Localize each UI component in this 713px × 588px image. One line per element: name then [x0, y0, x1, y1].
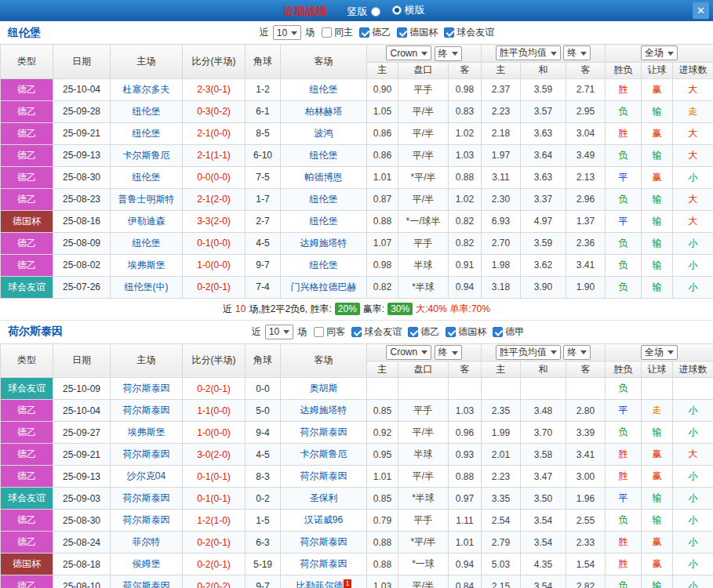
radio-unselected-icon[interactable]: [371, 7, 380, 16]
home-team[interactable]: 纽伦堡: [111, 166, 183, 188]
away-team[interactable]: 圣保利: [281, 488, 367, 510]
filter-德乙[interactable]: 德乙: [359, 26, 391, 39]
home-team[interactable]: 荷尔斯泰因: [111, 400, 183, 422]
close-button[interactable]: ✕: [693, 2, 709, 19]
result-outcome: 平: [606, 210, 642, 232]
filter-德国杯[interactable]: 德国杯: [397, 26, 438, 39]
away-team[interactable]: 荷尔斯泰因: [281, 422, 367, 444]
mean-away: 2.82: [566, 575, 606, 588]
filter-同主[interactable]: 同主: [322, 26, 353, 39]
away-team[interactable]: 奥胡斯: [281, 378, 367, 400]
away-team[interactable]: 比勒菲尔德1: [281, 575, 367, 588]
odds-company-select[interactable]: Crown: [386, 345, 431, 360]
checkbox-checked-icon[interactable]: [444, 27, 454, 38]
checkbox-unchecked-icon[interactable]: [322, 27, 332, 38]
home-team[interactable]: 纽伦堡: [111, 122, 183, 144]
mean-away: 3.41: [566, 254, 606, 276]
home-team[interactable]: 荷尔斯泰因: [111, 575, 183, 588]
filter-球会友谊[interactable]: 球会友谊: [444, 26, 494, 39]
result-handicap: 输: [642, 276, 673, 298]
corner-score: 4-5: [246, 444, 281, 466]
match-count-select[interactable]: 10: [265, 325, 293, 339]
result-handicap: 赢: [642, 532, 673, 554]
away-team[interactable]: 纽伦堡: [281, 254, 367, 276]
odds-away: 0.88: [449, 166, 482, 188]
home-team[interactable]: 侯姆堡: [111, 554, 183, 575]
home-team[interactable]: 杜塞尔多夫: [111, 78, 183, 100]
final-odds-select[interactable]: 终: [435, 345, 462, 360]
home-team[interactable]: 卡尔斯鲁厄: [111, 144, 183, 166]
home-team[interactable]: 纽伦堡: [111, 100, 183, 122]
mean-away: 3.04: [566, 122, 606, 144]
col-away: 客场: [281, 343, 367, 378]
team-header-1: 纽伦堡 近 10 场 同主德乙德国杯球会友谊: [0, 21, 713, 44]
checkbox-checked-icon[interactable]: [408, 327, 418, 337]
home-team[interactable]: 纽伦堡: [111, 232, 183, 254]
away-team[interactable]: 荷尔斯泰因: [281, 554, 367, 575]
checkbox-checked-icon[interactable]: [446, 327, 456, 337]
away-team[interactable]: 纽伦堡: [281, 144, 367, 166]
odds-company-select[interactable]: Crown: [386, 45, 431, 60]
corner-score: 1-2: [246, 78, 281, 100]
checkbox-checked-icon[interactable]: [359, 27, 369, 38]
page-title: 近期战绩: [283, 5, 327, 17]
matches-table-1: 类型 日期 主场 比分(半场) 角球 客场 Crown 终 胜平负均值 终: [0, 44, 713, 299]
checkbox-unchecked-icon[interactable]: [314, 327, 324, 337]
final-odds-select[interactable]: 终: [435, 46, 462, 61]
away-team[interactable]: 荷尔斯泰因: [281, 532, 367, 554]
filter-德甲[interactable]: 德甲: [493, 325, 524, 339]
team-name[interactable]: 荷尔斯泰因: [8, 325, 63, 339]
radio-selected-icon[interactable]: [392, 5, 402, 15]
away-team[interactable]: 帕德博恩: [281, 166, 367, 188]
filter-德国杯[interactable]: 德国杯: [446, 325, 486, 339]
filter-球会友谊[interactable]: 球会友谊: [351, 325, 402, 339]
mean-odds-select[interactable]: 胜平负均值: [496, 45, 561, 60]
away-team[interactable]: 柏林赫塔: [281, 100, 367, 122]
match-count-select[interactable]: 10: [273, 25, 301, 40]
checkbox-checked-icon[interactable]: [397, 27, 407, 38]
home-team[interactable]: 伊勒迪森: [111, 210, 183, 232]
away-team[interactable]: 门兴格拉德巴赫: [281, 276, 367, 298]
final-mean-select[interactable]: 终: [563, 45, 591, 60]
home-team[interactable]: 荷尔斯泰因: [111, 444, 183, 466]
away-team[interactable]: 荷尔斯泰因: [281, 466, 367, 488]
home-team[interactable]: 埃弗斯堡: [111, 422, 183, 444]
home-team[interactable]: 埃弗斯堡: [111, 254, 183, 276]
layout-horizontal-option[interactable]: 横版: [392, 3, 425, 17]
away-team[interactable]: 汉诺威96: [281, 510, 367, 532]
mean-odds-select[interactable]: 胜平负均值: [496, 345, 561, 360]
corner-score: 9-4: [246, 422, 281, 444]
mean-home: 2.79: [482, 532, 521, 554]
home-team[interactable]: 沙尔克04: [111, 466, 183, 488]
away-team[interactable]: 纽伦堡: [281, 210, 367, 232]
chevron-down-icon: [421, 52, 427, 59]
home-team[interactable]: 普鲁士明斯特: [111, 188, 183, 210]
near-label: 近: [252, 325, 261, 339]
away-team[interactable]: 达姆施塔特: [281, 232, 367, 254]
layout-vertical-option[interactable]: 竖版: [347, 5, 380, 19]
home-team[interactable]: 荷尔斯泰因: [111, 488, 183, 510]
away-team[interactable]: 波鸿: [281, 122, 367, 144]
home-team[interactable]: 菲尔特: [111, 532, 183, 554]
away-team[interactable]: 纽伦堡: [281, 188, 367, 210]
home-team[interactable]: 荷尔斯泰因: [111, 378, 183, 400]
checkbox-checked-icon[interactable]: [493, 327, 503, 337]
filter-同客[interactable]: 同客: [314, 325, 345, 339]
odds-away: 0.96: [449, 422, 482, 444]
team-name[interactable]: 纽伦堡: [8, 26, 41, 40]
final-mean-select[interactable]: 终: [563, 345, 591, 360]
filter-德乙[interactable]: 德乙: [408, 325, 439, 339]
away-team[interactable]: 卡尔斯鲁厄: [281, 444, 367, 466]
odds-handicap: 平/半: [398, 122, 449, 144]
checkbox-checked-icon[interactable]: [351, 327, 362, 337]
scope-select[interactable]: 全场: [641, 45, 678, 60]
match-type: 德乙: [1, 166, 53, 188]
home-team[interactable]: 荷尔斯泰因: [111, 510, 183, 532]
match-score: 1-0(0-0): [183, 254, 246, 276]
away-team[interactable]: 达姆施塔特: [281, 400, 367, 422]
away-team[interactable]: 纽伦堡: [281, 78, 367, 100]
scope-select[interactable]: 全场: [641, 345, 678, 360]
col-mean-away: 客: [566, 62, 606, 78]
match-row: 德乙25-09-21荷尔斯泰因3-0(2-0)4-5卡尔斯鲁厄0.95半球0.9…: [1, 444, 713, 466]
home-team[interactable]: 纽伦堡(中): [111, 276, 183, 298]
